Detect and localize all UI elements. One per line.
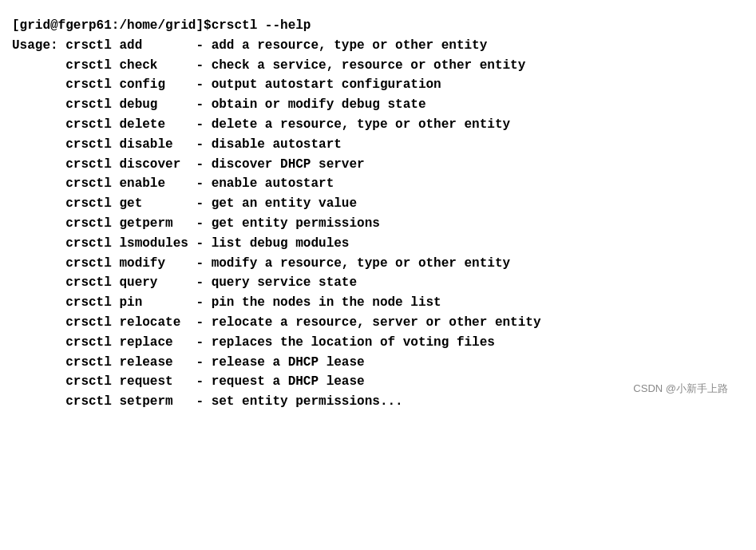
watermark: CSDN @小新手上路 [633, 382, 728, 396]
terminal-window: [grid@fgerp61:/home/grid]$crsctl --help … [12, 16, 744, 412]
terminal-text: [grid@fgerp61:/home/grid]$crsctl --help … [12, 16, 744, 412]
